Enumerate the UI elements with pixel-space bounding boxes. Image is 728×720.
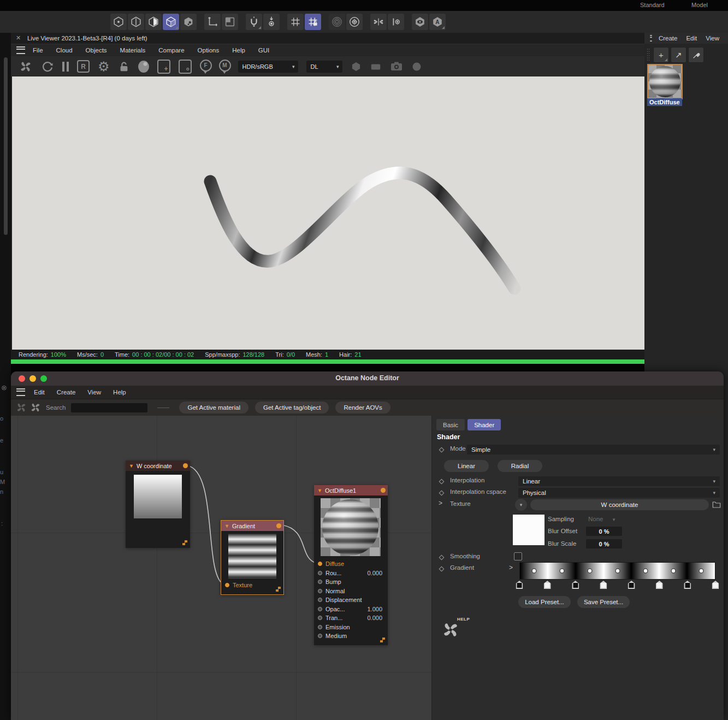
- menu-cloud[interactable]: Cloud: [56, 47, 73, 54]
- node-input-row[interactable]: Medium: [314, 632, 388, 641]
- tab-basic[interactable]: Basic: [436, 419, 465, 430]
- output-port[interactable]: [276, 523, 281, 528]
- input-port[interactable]: [318, 616, 322, 620]
- left-scrollbar[interactable]: [4, 57, 8, 235]
- grid-lock-icon[interactable]: [305, 14, 321, 30]
- gradient-ramp[interactable]: [519, 562, 715, 580]
- cspace-select[interactable]: Physical▾: [518, 488, 720, 498]
- picking-region-icon[interactable]: o: [179, 60, 192, 74]
- render-viewport[interactable]: [12, 76, 644, 350]
- collapse-triangle-icon[interactable]: ▼: [317, 488, 322, 493]
- node-editor-titlebar[interactable]: Octane Node Editor: [11, 371, 724, 386]
- axis-icon[interactable]: [204, 14, 221, 30]
- gradient-knot-3[interactable]: [600, 581, 607, 589]
- gradient-knot-5[interactable]: [656, 581, 663, 589]
- hexagon-dot-icon[interactable]: [110, 14, 127, 30]
- node-input-row[interactable]: Normal: [314, 587, 388, 596]
- pause-icon[interactable]: [62, 62, 69, 72]
- menu-view[interactable]: View: [706, 35, 719, 42]
- input-port[interactable]: [318, 607, 322, 611]
- gradient-knot-6[interactable]: [684, 581, 691, 589]
- node-input-row[interactable]: Opac... 1.000: [314, 605, 388, 614]
- node-input-row[interactable]: Tran... 0.000: [314, 613, 388, 623]
- linear-button[interactable]: Linear: [444, 460, 489, 472]
- collapse-triangle-icon[interactable]: ▼: [129, 463, 134, 469]
- add-material-button[interactable]: +: [653, 47, 669, 63]
- hexagon-filled-icon[interactable]: [351, 61, 362, 72]
- menu-edit[interactable]: Edit: [686, 35, 697, 42]
- menu-help[interactable]: Help: [232, 47, 245, 54]
- expand-arrow-icon[interactable]: >: [439, 499, 442, 507]
- resize-handle-icon[interactable]: [276, 587, 281, 592]
- hexagon-a-icon[interactable]: A: [429, 14, 446, 30]
- smoothing-checkbox[interactable]: [514, 552, 522, 560]
- concentric-circles-icon[interactable]: [329, 14, 345, 30]
- clay-mode-icon[interactable]: [138, 61, 149, 73]
- gradient-midpoint-knot[interactable]: [699, 569, 703, 574]
- add-region-icon[interactable]: +: [157, 60, 170, 74]
- param-diamond-icon[interactable]: [439, 479, 445, 485]
- output-port[interactable]: [381, 488, 386, 493]
- node-input-row[interactable]: Displacement: [314, 595, 388, 605]
- menu-file[interactable]: File: [33, 47, 43, 54]
- menu-edit[interactable]: Edit: [34, 389, 45, 396]
- menu-help[interactable]: Help: [113, 389, 126, 396]
- resize-handle-icon[interactable]: [380, 638, 385, 642]
- tab-shader[interactable]: Shader: [467, 419, 501, 430]
- close-icon[interactable]: ✕: [16, 34, 21, 42]
- node-input-row[interactable]: Bump: [314, 577, 388, 587]
- mode-select[interactable]: Simple▾: [467, 445, 720, 455]
- load-preset-button[interactable]: Load Preset...: [518, 596, 571, 608]
- menu-materials[interactable]: Materials: [120, 47, 146, 54]
- hamburger-menu-icon[interactable]: [650, 35, 652, 42]
- hexagon-half-icon[interactable]: [145, 14, 162, 30]
- material-thumbnail[interactable]: [647, 64, 683, 99]
- cube-mode-icon[interactable]: [163, 14, 179, 30]
- hamburger-menu-icon[interactable]: [16, 46, 25, 54]
- blur-scale-field[interactable]: 0 %: [586, 539, 622, 548]
- hexagon-eye-icon[interactable]: [412, 14, 428, 30]
- gradient-knot-4[interactable]: [628, 581, 635, 589]
- grid-icon[interactable]: [287, 14, 304, 30]
- gradient-midpoint-knot[interactable]: [559, 569, 564, 574]
- hamburger-menu-icon[interactable]: [16, 388, 25, 396]
- input-port[interactable]: [318, 571, 322, 575]
- node-input-row[interactable]: Texture: [221, 581, 283, 590]
- cube-spark-icon[interactable]: [180, 14, 197, 30]
- render-mode-select[interactable]: DL▾: [306, 61, 342, 73]
- gear-circle-icon[interactable]: [346, 14, 363, 30]
- interpolation-select[interactable]: Linear▾: [518, 476, 720, 486]
- param-diamond-icon[interactable]: [439, 566, 445, 572]
- param-diamond-icon[interactable]: [439, 555, 445, 560]
- gradient-midpoint-knot[interactable]: [615, 569, 620, 574]
- focus-picker-icon[interactable]: F: [200, 60, 211, 74]
- node-gradient[interactable]: ▼ Gradient Texture: [221, 520, 284, 595]
- param-diamond-icon[interactable]: [439, 447, 445, 453]
- texture-dropdown-button[interactable]: ▾: [515, 499, 527, 511]
- save-preset-button[interactable]: Save Preset...: [577, 596, 630, 608]
- octane-spinner-icon[interactable]: [19, 60, 33, 74]
- node-input-row[interactable]: Diffuse: [314, 559, 388, 569]
- gradient-midpoint-knot[interactable]: [671, 569, 676, 574]
- node-graph-canvas[interactable]: ▼ W coordinate ▼ Gradient Texture: [11, 416, 431, 720]
- input-port[interactable]: [318, 634, 322, 638]
- input-port[interactable]: [318, 598, 322, 602]
- node-w-coordinate[interactable]: ▼ W coordinate: [126, 461, 190, 548]
- refresh-icon[interactable]: [41, 60, 54, 73]
- render-aovs-button[interactable]: Render AOVs: [335, 402, 390, 414]
- node-input-row[interactable]: Rou... 0.000: [314, 569, 388, 578]
- gear-snap-icon[interactable]: [263, 14, 280, 30]
- colorspace-select[interactable]: HDR/sRGB▾: [238, 61, 298, 73]
- input-port[interactable]: [225, 583, 229, 587]
- node-header[interactable]: ▼ Gradient: [221, 521, 283, 531]
- node-octdiffuse1[interactable]: ▼ OctDiffuse1 Diffuse Rou... 0.000: [314, 485, 388, 645]
- bar-gear-icon[interactable]: [388, 14, 404, 30]
- node-header[interactable]: ▼ W coordinate: [126, 461, 190, 471]
- gradient-knot-0[interactable]: [516, 581, 523, 589]
- restart-render-icon[interactable]: R: [77, 60, 90, 73]
- settings-gear-icon[interactable]: ⚙: [98, 60, 110, 73]
- input-port[interactable]: [318, 625, 322, 629]
- sampling-select[interactable]: None ▾: [588, 516, 615, 522]
- param-diamond-icon[interactable]: [439, 491, 445, 496]
- expand-arrow-icon[interactable]: >: [509, 564, 513, 571]
